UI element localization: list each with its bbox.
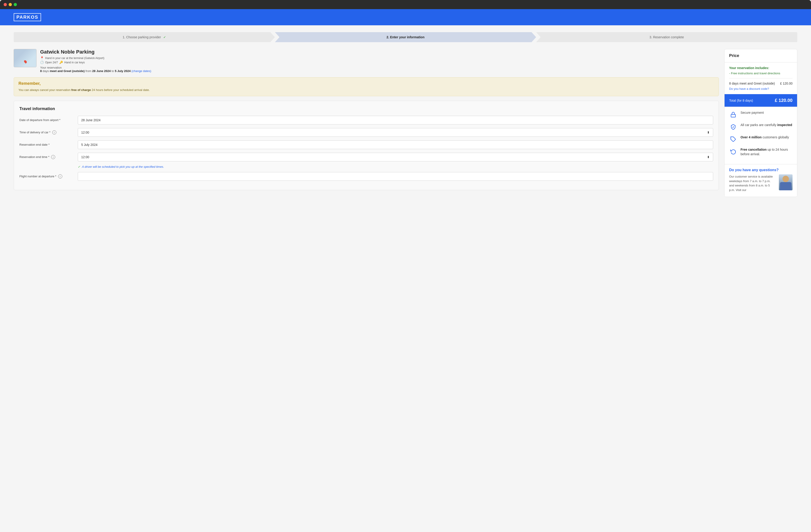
price-line-item: 8 days meet and Greet (outside) £ 120.00	[729, 82, 793, 85]
parking-key-handover: Hand in car keys	[64, 61, 85, 64]
minimize-button[interactable]	[9, 3, 12, 6]
flight-number-input[interactable]	[78, 172, 713, 181]
change-dates-link[interactable]: (change dates)	[132, 69, 151, 73]
line-item-label: 8 days meet and Greet (outside)	[729, 82, 775, 85]
lock-icon	[729, 111, 737, 119]
logo[interactable]: PARKOS	[14, 13, 41, 21]
questions-content: Our customer service is available weekda…	[729, 174, 793, 192]
reservation-days-label: days	[43, 69, 50, 73]
price-body: Your reservation includes: - Free instru…	[724, 62, 797, 94]
end-time-select[interactable]: 12:00 ⬍	[78, 153, 713, 161]
step-2[interactable]: 2. Enter your information	[275, 32, 536, 42]
tag-icon	[729, 135, 737, 143]
trust-secure-payment: Secure payment	[729, 111, 793, 119]
step-3-label: 3. Reservation complete	[649, 35, 684, 39]
delivery-time-row: Time of delivery of car * i 12:00 ⬍	[19, 128, 713, 137]
departure-date-row: Date of departure from airport *	[19, 116, 713, 124]
total-amount: £ 120.00	[775, 98, 793, 103]
trust-customers: Over 4 million customers globally	[729, 135, 793, 143]
end-date-row: Reservation end date *	[19, 140, 713, 149]
reservation-label: Your reservation	[40, 66, 62, 69]
reservation-to-label: to	[111, 69, 115, 73]
remember-title: Remember,	[18, 81, 714, 86]
close-button[interactable]	[4, 3, 7, 6]
end-time-row: Reservation end time * i 12:00 ⬍	[19, 153, 713, 161]
content-left: Gatwick Noble Parking 📍 Hand in your car…	[14, 49, 719, 190]
flight-number-info-icon[interactable]: i	[58, 174, 62, 178]
driver-check-icon: ✓	[78, 165, 80, 169]
remember-text: You can always cancel your reservation f…	[18, 88, 714, 92]
customers-text: Over 4 million customers globally	[740, 135, 789, 140]
departure-date-input[interactable]	[78, 116, 713, 124]
line-item-amount: £ 120.00	[780, 82, 793, 85]
remember-box: Remember, You can always cancel your res…	[14, 77, 719, 96]
reservation-type: meet and Greet (outside)	[50, 69, 85, 73]
parking-map-thumbnail[interactable]	[14, 49, 36, 67]
reservation-from: 28 June 2024	[92, 69, 111, 73]
total-days-span: (for 8 days)	[737, 99, 753, 102]
delivery-time-info-icon[interactable]: i	[52, 130, 56, 135]
trust-inspected: All car parks are carefully inspected	[729, 123, 793, 131]
cancellation-text: Free cancellation up to 24 hours before …	[740, 147, 793, 156]
reservation-from-label: from	[86, 69, 92, 73]
includes-title: Your reservation includes:	[729, 66, 793, 70]
check-shield-icon	[729, 123, 737, 131]
window-chrome	[0, 0, 811, 9]
parking-name: Gatwick Noble Parking	[40, 49, 151, 55]
agent-body	[780, 182, 791, 190]
price-total: Total (for 8 days) £ 120.00	[724, 94, 797, 107]
end-time-chevron-icon: ⬍	[707, 155, 710, 159]
trust-items: Secure payment All car parks are careful…	[724, 107, 797, 164]
includes-item-1: - Free instructions and travel direction…	[729, 72, 793, 75]
end-time-value: 12:00	[81, 155, 89, 159]
clock-arrow-icon	[729, 147, 737, 156]
flight-number-row: Flight number at departure * i	[19, 172, 713, 181]
flight-number-label: Flight number at departure * i	[19, 174, 74, 178]
driver-notice-text: A driver will be scheduled to pick you u…	[82, 165, 164, 169]
secure-payment-text: Secure payment	[740, 111, 764, 115]
questions-section: Do you have any questions? Our customer …	[724, 164, 797, 197]
delivery-time-value: 12:00	[81, 130, 89, 134]
content-right: Price Your reservation includes: - Free …	[724, 49, 797, 197]
maximize-button[interactable]	[14, 3, 17, 6]
step-3[interactable]: 3. Reservation complete	[536, 32, 797, 42]
inspected-text: All car parks are carefully inspected	[740, 123, 792, 127]
departure-date-label: Date of departure from airport *	[19, 118, 74, 122]
parking-location: Hand in your car at the terminal (Gatwic…	[45, 57, 104, 60]
step-1[interactable]: 1. Choose parking provider ✓	[14, 32, 275, 42]
end-date-label: Reservation end date *	[19, 143, 74, 146]
step-1-check: ✓	[163, 35, 166, 39]
progress-steps: 1. Choose parking provider ✓ 2. Enter yo…	[14, 32, 797, 42]
travel-form-card: Travel information Date of departure fro…	[14, 101, 719, 190]
price-card: Price Your reservation includes: - Free …	[724, 49, 797, 197]
discount-code-link[interactable]: Do you have a discount code?	[729, 87, 793, 91]
parking-hours-line: 🕐 Open 24/7 🔑 Hand in car keys	[40, 61, 151, 64]
parking-info: Gatwick Noble Parking 📍 Hand in your car…	[14, 49, 719, 73]
driver-notice: ✓ A driver will be scheduled to pick you…	[78, 165, 713, 169]
parking-location-line: 📍 Hand in your car at the terminal (Gatw…	[40, 56, 151, 60]
total-text: Total	[729, 99, 736, 102]
step-1-label: 1. Choose parking provider	[123, 35, 161, 39]
parking-meta: 📍 Hand in your car at the terminal (Gatw…	[40, 56, 151, 64]
end-date-input[interactable]	[78, 140, 713, 149]
end-time-label: Reservation end time * i	[19, 155, 74, 159]
delivery-time-select[interactable]: 12:00 ⬍	[78, 128, 713, 137]
map-image	[14, 49, 36, 67]
svg-rect-0	[731, 114, 735, 117]
questions-text: Our customer service is available weekda…	[729, 174, 776, 192]
agent-head	[782, 176, 789, 182]
trust-cancellation: Free cancellation up to 24 hours before …	[729, 147, 793, 156]
clock-icon: 🕐	[40, 61, 44, 64]
main-content: 1. Choose parking provider ✓ 2. Enter yo…	[0, 25, 811, 532]
price-header: Price	[724, 49, 797, 62]
remember-highlight: free of charge	[71, 88, 91, 92]
parking-hours: Open 24/7	[45, 61, 58, 64]
step-2-label: 2. Enter your information	[386, 35, 425, 39]
reservation-days: 8	[40, 69, 42, 73]
agent-photo	[779, 174, 793, 190]
end-time-info-icon[interactable]: i	[51, 155, 55, 159]
questions-title: Do you have any questions?	[729, 168, 793, 172]
price-title: Price	[729, 53, 793, 58]
key-icon: 🔑	[59, 61, 63, 64]
header: PARKOS	[0, 9, 811, 25]
